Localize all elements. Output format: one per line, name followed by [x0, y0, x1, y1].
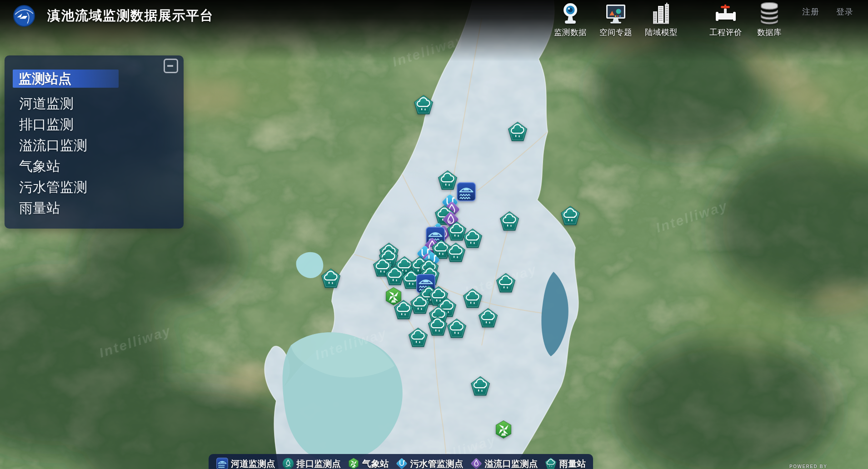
map-legend: 河道监测点 排口监测点 气象站 污水管监测点 溢流口监测点 雨量站 [209, 454, 593, 469]
app-root: Intelliway Intelliway Intelliway Intelli… [0, 0, 868, 469]
marker-rain[interactable] [413, 95, 434, 116]
marker-weather[interactable] [494, 419, 514, 439]
nav-land-model[interactable]: 陆域模型 [639, 2, 683, 38]
register-link[interactable]: 注册 [802, 6, 819, 17]
marker-rain[interactable] [495, 273, 517, 294]
webcam-icon [559, 2, 582, 26]
legend-overflow-monitoring-point[interactable]: 溢流口监测点 [470, 457, 538, 469]
marker-rain[interactable] [507, 121, 529, 143]
legend-outfall-monitoring-point[interactable]: 排口监测点 [282, 457, 341, 469]
river-marker-icon [216, 457, 229, 469]
logo-icon [13, 5, 35, 27]
database-icon [758, 2, 781, 26]
rain-marker-icon [544, 457, 557, 469]
nav-database[interactable]: 数据库 [748, 2, 791, 38]
overflow-marker-icon [470, 457, 483, 469]
panel-item-river-monitoring[interactable]: 河道监测 [19, 93, 184, 114]
nav-label: 空间专题 [594, 27, 638, 38]
page-title: 滇池流域监测数据展示平台 [47, 7, 214, 25]
panel-item-sewer-monitoring[interactable]: 污水管监测 [19, 177, 184, 198]
marker-rain[interactable] [470, 376, 491, 397]
marker-rain[interactable] [393, 299, 414, 321]
panel-item-outfall-monitoring[interactable]: 排口监测 [19, 114, 184, 135]
legend-river-monitoring-point[interactable]: 河道监测点 [216, 457, 275, 469]
nav-project-evaluation[interactable]: 工程评价 [704, 2, 748, 38]
nav-label: 监测数据 [549, 27, 592, 38]
pipe-valve-icon [714, 2, 737, 26]
panel-title-monitor-stations[interactable]: 监测站点 [13, 70, 119, 88]
panel-item-rain-station[interactable]: 雨量站 [19, 198, 184, 219]
marker-rain[interactable] [446, 318, 468, 339]
nav-label: 工程评价 [704, 27, 748, 38]
legend-label: 污水管监测点 [410, 458, 464, 469]
marker-rain[interactable] [499, 211, 520, 232]
nav-label: 陆域模型 [639, 27, 683, 38]
monitor-stations-panel: 监测站点 河道监测 排口监测 溢流口监测 气象站 污水管监测 雨量站 [5, 55, 184, 229]
weather-marker-icon [347, 457, 360, 469]
nav-label: 数据库 [748, 27, 791, 38]
outfall-marker-icon [282, 457, 294, 469]
marker-rain[interactable] [437, 170, 459, 191]
legend-label: 溢流口监测点 [485, 458, 538, 469]
buildings-icon [650, 2, 673, 26]
collapse-panel-button[interactable] [164, 59, 178, 73]
legend-label: 河道监测点 [231, 458, 275, 469]
legend-label: 气象站 [362, 458, 389, 469]
marker-rain[interactable] [560, 205, 581, 227]
legend-sewer-monitoring-point[interactable]: 污水管监测点 [395, 457, 464, 469]
legend-rain-station[interactable]: 雨量站 [544, 457, 586, 469]
legend-label: 排口监测点 [297, 458, 341, 469]
panel-item-overflow-monitoring[interactable]: 溢流口监测 [19, 135, 184, 156]
panel-item-list: 河道监测 排口监测 溢流口监测 气象站 污水管监测 雨量站 [19, 93, 184, 219]
marker-rain[interactable] [478, 308, 499, 329]
marker-rain[interactable] [462, 288, 484, 309]
legend-weather-station[interactable]: 气象站 [347, 457, 389, 469]
marker-rain[interactable] [408, 327, 429, 349]
map-attribution: POWERED BY [789, 464, 827, 469]
sewer-marker-icon [395, 457, 408, 469]
login-link[interactable]: 登录 [836, 6, 853, 17]
nav-monitor-data[interactable]: 监测数据 [549, 2, 592, 38]
marker-rain[interactable] [427, 316, 449, 337]
marker-rain[interactable] [445, 242, 467, 264]
panel-item-weather-station[interactable]: 气象站 [19, 156, 184, 177]
marker-rain[interactable] [320, 268, 342, 289]
legend-label: 雨量站 [559, 458, 586, 469]
brand: 滇池流域监测数据展示平台 [13, 5, 214, 27]
nav-spatial-themes[interactable]: 空间专题 [594, 2, 638, 38]
monitor-chart-icon [604, 2, 627, 26]
